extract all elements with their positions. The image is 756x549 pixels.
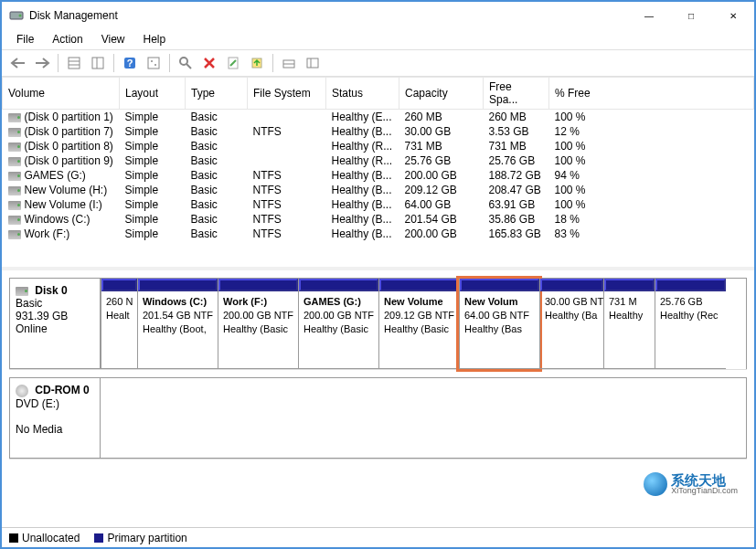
vol-layout: Simple	[120, 110, 186, 125]
cdrom-icon	[16, 385, 28, 397]
action2-button[interactable]	[278, 52, 300, 74]
table-row[interactable]: New Volume (I:)SimpleBasicNTFSHealthy (B…	[3, 197, 754, 212]
disk-0-state: Online	[16, 322, 48, 335]
partition[interactable]: GAMES (G:)200.00 GB NTFHealthy (Basic	[298, 279, 378, 369]
partition[interactable]: New Volume209.12 GB NTFHealthy (Basic	[378, 279, 459, 369]
titlebar: Disk Management ― □ ✕	[2, 2, 754, 29]
vol-fs: NTFS	[248, 168, 326, 183]
disk-0-header[interactable]: Disk 0 Basic 931.39 GB Online	[9, 278, 101, 369]
table-row[interactable]: (Disk 0 partition 1)SimpleBasicHealthy (…	[3, 110, 754, 125]
vol-pct: 100 %	[549, 183, 754, 197]
vol-pct: 83 %	[549, 227, 754, 241]
vol-cap: 30.00 GB	[399, 124, 484, 139]
vol-status: Healthy (B...	[326, 212, 399, 227]
volume-table[interactable]: Volume Layout Type File System Status Ca…	[2, 77, 754, 241]
vol-cap: 260 MB	[399, 110, 484, 125]
help-button[interactable]: ?	[119, 52, 141, 74]
svg-point-10	[151, 60, 153, 62]
col-type[interactable]: Type	[186, 78, 248, 110]
disk-0-row[interactable]: Disk 0 Basic 931.39 GB Online 260 NHealt…	[9, 278, 747, 370]
partition[interactable]: 25.76 GBHealthy (Rec	[655, 279, 726, 369]
vol-pct: 100 %	[549, 153, 754, 168]
refresh-button[interactable]	[175, 52, 197, 74]
action3-button[interactable]	[302, 52, 324, 74]
vol-type: Basic	[186, 124, 248, 139]
col-layout[interactable]: Layout	[120, 78, 186, 110]
partition[interactable]: Windows (C:)201.54 GB NTFHealthy (Boot,	[137, 279, 218, 369]
table-row[interactable]: Windows (C:)SimpleBasicNTFSHealthy (B...…	[3, 212, 754, 227]
vol-pct: 100 %	[549, 197, 754, 212]
partition[interactable]: 260 NHealt	[101, 279, 137, 369]
vol-pct: 100 %	[549, 139, 754, 153]
vol-pct: 18 %	[549, 212, 754, 227]
vol-name: (Disk 0 partition 8)	[3, 139, 120, 153]
col-capacity[interactable]: Capacity	[399, 78, 484, 110]
vol-free: 35.86 GB	[484, 212, 549, 227]
forward-button[interactable]	[31, 52, 53, 74]
cdrom-bar	[101, 377, 747, 459]
minimize-button[interactable]: ―	[628, 2, 670, 29]
graphical-view-pane[interactable]: Disk 0 Basic 931.39 GB Online 260 NHealt…	[2, 270, 754, 527]
vol-cap: 201.54 GB	[399, 212, 484, 227]
vol-layout: Simple	[120, 153, 186, 168]
volume-list-pane[interactable]: Volume Layout Type File System Status Ca…	[2, 77, 754, 270]
unallocated-swatch	[9, 533, 18, 543]
disk-management-window: Disk Management ― □ ✕ File Action View H…	[0, 0, 756, 549]
maximize-button[interactable]: □	[670, 2, 712, 29]
partition[interactable]: 731 MHealthy	[603, 279, 655, 369]
menu-help[interactable]: Help	[134, 31, 176, 48]
vol-type: Basic	[186, 168, 248, 183]
vol-cap: 200.00 GB	[399, 168, 484, 183]
disk-icon	[16, 287, 28, 296]
disk-0-partition-bar: 260 NHealtWindows (C:)201.54 GB NTFHealt…	[101, 278, 747, 369]
vol-free: 25.76 GB	[484, 153, 549, 168]
properties-button[interactable]	[222, 52, 244, 74]
table-row[interactable]: Work (F:)SimpleBasicNTFSHealthy (B...200…	[3, 227, 754, 241]
col-status[interactable]: Status	[326, 78, 399, 110]
col-freespace[interactable]: Free Spa...	[484, 78, 549, 110]
cdrom-header[interactable]: CD-ROM 0 DVD (E:) No Media	[9, 377, 101, 459]
partition[interactable]: New Volum64.00 GB NTFHealthy (Bas	[459, 279, 539, 369]
menu-file[interactable]: File	[7, 31, 43, 48]
svg-rect-18	[307, 58, 318, 68]
svg-rect-5	[92, 58, 103, 69]
partition[interactable]: Work (F:)200.00 GB NTFHealthy (Basic	[218, 279, 298, 369]
vol-type: Basic	[186, 197, 248, 212]
settings-button[interactable]	[143, 52, 165, 74]
table-row[interactable]: New Volume (H:)SimpleBasicNTFSHealthy (B…	[3, 183, 754, 197]
col-pctfree[interactable]: % Free	[549, 78, 754, 110]
vol-name: (Disk 0 partition 1)	[3, 110, 120, 125]
vol-type: Basic	[186, 110, 248, 125]
menu-action[interactable]: Action	[43, 31, 91, 48]
close-button[interactable]: ✕	[712, 2, 754, 29]
back-button[interactable]	[7, 52, 29, 74]
vol-cap: 731 MB	[399, 139, 484, 153]
vol-free: 63.91 GB	[484, 197, 549, 212]
app-icon	[9, 8, 24, 23]
table-row[interactable]: (Disk 0 partition 8)SimpleBasicHealthy (…	[3, 139, 754, 153]
legend: Unallocated Primary partition	[2, 527, 754, 547]
col-volume[interactable]: Volume	[3, 78, 120, 110]
vol-pct: 100 %	[549, 110, 754, 125]
view-details-button[interactable]	[87, 52, 109, 74]
cdrom-row[interactable]: CD-ROM 0 DVD (E:) No Media	[9, 377, 747, 459]
disk-0-type: Basic	[16, 297, 42, 310]
view-list-button[interactable]	[63, 52, 85, 74]
svg-point-1	[19, 15, 22, 17]
delete-button[interactable]	[198, 52, 220, 74]
action1-button[interactable]	[246, 52, 268, 74]
svg-text:?: ?	[127, 58, 133, 69]
vol-free: 165.83 GB	[484, 227, 549, 241]
vol-status: Healthy (B...	[326, 183, 399, 197]
vol-name: Windows (C:)	[3, 212, 120, 227]
partition[interactable]: 30.00 GB NTHealthy (Ba	[539, 279, 603, 369]
col-filesystem[interactable]: File System	[248, 78, 326, 110]
vol-name: New Volume (H:)	[3, 183, 120, 197]
table-row[interactable]: GAMES (G:)SimpleBasicNTFSHealthy (B...20…	[3, 168, 754, 183]
watermark-title: 系统天地	[671, 473, 738, 487]
vol-status: Healthy (R...	[326, 153, 399, 168]
disk-0-size: 931.39 GB	[16, 310, 68, 322]
table-row[interactable]: (Disk 0 partition 7)SimpleBasicNTFSHealt…	[3, 124, 754, 139]
table-row[interactable]: (Disk 0 partition 9)SimpleBasicHealthy (…	[3, 153, 754, 168]
menu-view[interactable]: View	[92, 31, 134, 48]
